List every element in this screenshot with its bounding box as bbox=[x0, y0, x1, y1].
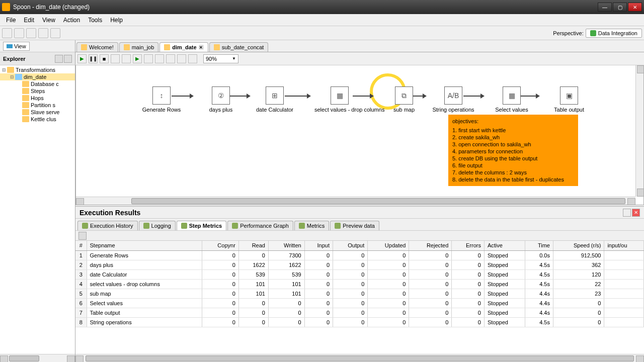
col-header[interactable]: input/ou bbox=[604, 241, 644, 250]
menu-action[interactable]: Action bbox=[59, 15, 84, 25]
open-file-button[interactable] bbox=[14, 28, 24, 38]
menu-view[interactable]: View bbox=[38, 15, 59, 25]
col-header[interactable]: Output bbox=[333, 241, 368, 250]
results-tabs: Execution HistoryLoggingStep MetricsPerf… bbox=[75, 219, 644, 231]
folder-icon bbox=[22, 109, 29, 115]
run-button[interactable]: ▶ bbox=[77, 54, 87, 63]
rtab-metrics[interactable]: Metrics bbox=[294, 221, 329, 230]
table-row[interactable]: 5sub map010110100000Stopped4.4s23 bbox=[75, 289, 644, 298]
menu-file[interactable]: File bbox=[2, 15, 20, 25]
stop-button[interactable]: ■ bbox=[100, 54, 109, 63]
tree-item[interactable]: Partition s bbox=[0, 102, 75, 109]
toggle-icon: ⊟ bbox=[9, 74, 15, 79]
col-header[interactable]: Active bbox=[484, 241, 525, 250]
rtab-logging[interactable]: Logging bbox=[139, 221, 176, 230]
tree-item[interactable]: Slave serve bbox=[0, 109, 75, 116]
canvas-vscroll[interactable] bbox=[635, 65, 643, 197]
table-cell: 0 bbox=[268, 298, 304, 308]
perspective-button[interactable]: Data Integration bbox=[586, 29, 642, 38]
close-results-button[interactable]: ✕ bbox=[632, 209, 640, 217]
tree-item[interactable]: Database c bbox=[0, 80, 75, 87]
tab-main_job[interactable]: main_job bbox=[119, 42, 159, 52]
results-hscroll[interactable] bbox=[75, 354, 644, 362]
col-header[interactable]: # bbox=[75, 241, 87, 250]
impact-button[interactable] bbox=[155, 54, 164, 63]
explore-db-button[interactable] bbox=[177, 54, 186, 63]
new-file-button[interactable] bbox=[2, 28, 12, 38]
col-header[interactable]: Errors bbox=[452, 241, 485, 250]
step-select-values[interactable]: ▦Select values bbox=[487, 86, 537, 113]
tab-welcome-[interactable]: Welcome! bbox=[76, 42, 118, 52]
rtab-preview-data[interactable]: Preview data bbox=[330, 221, 379, 230]
table-row[interactable]: 8String operations00000000Stopped4.5s0 bbox=[75, 317, 644, 327]
step-string-operations[interactable]: A/BString operations bbox=[428, 86, 478, 113]
tree-dim-date[interactable]: ⊟ dim_date bbox=[0, 73, 75, 80]
table-cell: 0 bbox=[368, 260, 409, 269]
save-button[interactable] bbox=[38, 28, 48, 38]
save-as-button[interactable] bbox=[50, 28, 60, 38]
close-button[interactable]: ✕ bbox=[628, 3, 642, 12]
table-cell: 0 bbox=[304, 308, 333, 317]
table-row[interactable]: 4select values - drop columns01011010000… bbox=[75, 279, 644, 289]
col-header[interactable]: Speed (r/s) bbox=[553, 241, 604, 250]
table-row[interactable]: 2days plus01622162200000Stopped4.5s362 bbox=[75, 260, 644, 269]
show-results-button[interactable] bbox=[188, 54, 197, 63]
table-cell: 0 bbox=[268, 308, 304, 317]
tab-dim_date[interactable]: dim_date✕ bbox=[159, 42, 208, 52]
zoom-select[interactable]: 90% ▼ bbox=[203, 54, 238, 63]
rtab-performance-graph[interactable]: Performance Graph bbox=[227, 221, 293, 230]
tab-close-button[interactable]: ✕ bbox=[199, 45, 204, 50]
col-header[interactable]: Read bbox=[238, 241, 268, 250]
col-header[interactable]: Written bbox=[268, 241, 304, 250]
col-header[interactable]: Copynr bbox=[202, 241, 238, 250]
menu-tools[interactable]: Tools bbox=[84, 15, 106, 25]
step-days-plus[interactable]: ②days plus bbox=[196, 86, 246, 113]
sql-button[interactable] bbox=[166, 54, 175, 63]
col-header[interactable]: Time bbox=[525, 241, 553, 250]
table-row[interactable]: 7Table output00000000Stopped4.4s0 bbox=[75, 308, 644, 317]
table-cell: String operations bbox=[87, 317, 202, 327]
replay-button[interactable]: ▶ bbox=[133, 54, 142, 63]
col-header[interactable]: Input bbox=[304, 241, 333, 250]
table-row[interactable]: 6Select values00000000Stopped4.4s0 bbox=[75, 298, 644, 308]
note-box[interactable]: objectives:1. first start with kettle2. … bbox=[448, 115, 578, 186]
table-row[interactable]: 3date Calculator053953900000Stopped4.5s1… bbox=[75, 269, 644, 279]
expand-button[interactable] bbox=[64, 55, 72, 63]
step-generate-rows[interactable]: ↕Generate Rows bbox=[136, 86, 187, 113]
maximize-button[interactable]: ▢ bbox=[613, 3, 627, 12]
col-header[interactable]: Stepname bbox=[87, 241, 202, 250]
minimize-button[interactable]: — bbox=[598, 3, 612, 12]
menu-help[interactable]: Help bbox=[106, 15, 127, 25]
tree-item[interactable]: Hops bbox=[0, 95, 75, 102]
tree-item[interactable]: Kettle clus bbox=[0, 116, 75, 123]
step-sub-map[interactable]: ⧉sub map bbox=[379, 86, 429, 113]
collapse-button[interactable] bbox=[55, 55, 63, 63]
view-tab-button[interactable]: View bbox=[3, 42, 30, 51]
menu-edit[interactable]: Edit bbox=[20, 15, 38, 25]
pause-button[interactable]: ❚❚ bbox=[89, 54, 98, 63]
debug-button[interactable] bbox=[122, 54, 131, 63]
verify-button[interactable] bbox=[144, 54, 153, 63]
explorer-scrollbar[interactable] bbox=[0, 354, 75, 362]
canvas-hscroll[interactable] bbox=[76, 197, 635, 205]
col-header[interactable]: Rejected bbox=[409, 241, 452, 250]
tree-item[interactable]: Steps bbox=[0, 87, 75, 95]
tab-sub_date_concat[interactable]: sub_date_concat bbox=[209, 42, 269, 52]
rtab-step-metrics[interactable]: Step Metrics bbox=[177, 221, 226, 230]
step-select-values-drop-columns[interactable]: ▦select values - drop columns bbox=[314, 86, 365, 113]
step-date-calculator[interactable]: ⊞date Calculator bbox=[250, 86, 300, 113]
table-cell: 0 bbox=[238, 308, 268, 317]
preview-button[interactable] bbox=[111, 54, 120, 63]
snapshot-button[interactable] bbox=[78, 232, 87, 240]
col-header[interactable]: Updated bbox=[368, 241, 409, 250]
table-cell: 0 bbox=[409, 250, 452, 260]
tab-label: main_job bbox=[132, 44, 154, 50]
tree-label: Transformations bbox=[16, 67, 55, 73]
rtab-execution-history[interactable]: Execution History bbox=[77, 221, 138, 230]
maximize-results-button[interactable] bbox=[623, 209, 631, 217]
table-row[interactable]: 1Generate Rows00730000000Stopped0.0s912,… bbox=[75, 250, 644, 260]
tree-transformations[interactable]: ⊟ Transformations bbox=[0, 66, 75, 73]
transformation-canvas[interactable]: ↕Generate Rows②days plus⊞date Calculator… bbox=[76, 65, 635, 197]
step-table-output[interactable]: ▣Table output bbox=[544, 86, 594, 113]
explore-button[interactable] bbox=[26, 28, 36, 38]
